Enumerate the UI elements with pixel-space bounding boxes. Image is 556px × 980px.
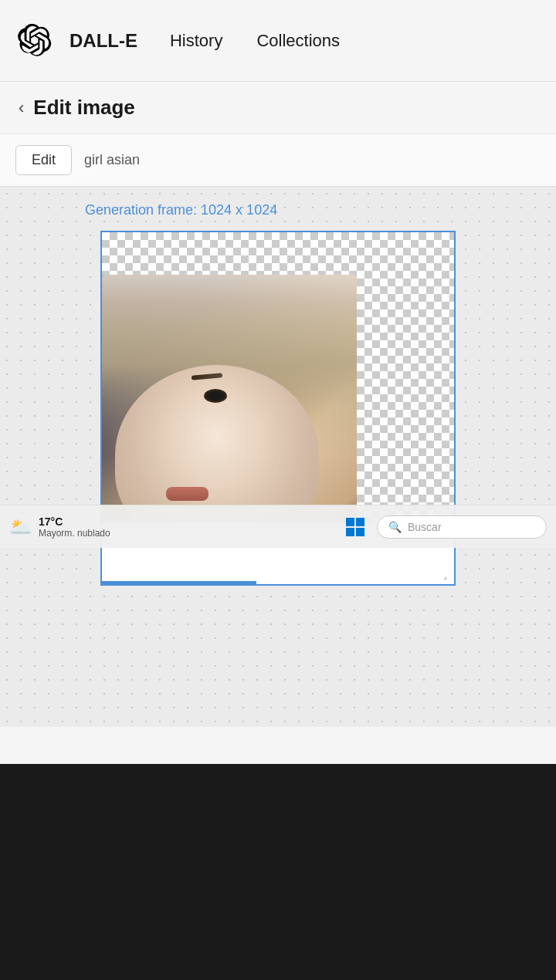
progress-bar (102, 581, 256, 584)
generation-area: Generation frame: 1024 x 1024 ⌟ (0, 187, 556, 727)
weather-description: Mayorm. nublado (39, 528, 110, 539)
search-icon: 🔍 (388, 521, 402, 533)
app-container: DALL-E History Collections ‹ Edit image … (0, 0, 556, 764)
weather-temperature: 17°C (39, 515, 110, 528)
edit-mode-button[interactable]: Edit (15, 145, 72, 175)
resize-handle[interactable]: ⌟ (443, 572, 453, 581)
edit-toolbar: Edit (0, 134, 556, 187)
back-navigation: ‹ Edit image (0, 82, 556, 134)
taskbar-search-bar[interactable]: 🔍 Buscar (377, 515, 547, 539)
frame-label: Generation frame: 1024 x 1024 (85, 202, 277, 218)
brand-label: DALL-E (70, 30, 137, 52)
prompt-input[interactable] (84, 152, 541, 168)
weather-widget: 🌥️ 17°C Mayorm. nublado (9, 515, 334, 539)
windows-logo (346, 518, 364, 536)
windows-start-button[interactable] (343, 515, 368, 539)
collections-nav-link[interactable]: Collections (247, 25, 349, 57)
nav-bar: DALL-E History Collections (0, 0, 556, 82)
black-area-bottom (0, 764, 556, 980)
openai-logo[interactable] (15, 22, 54, 60)
weather-icon: 🌥️ (9, 516, 32, 538)
history-nav-link[interactable]: History (161, 25, 232, 57)
taskbar: 🌥️ 17°C Mayorm. nublado 🔍 Buscar (0, 505, 556, 548)
back-button[interactable]: ‹ (19, 98, 24, 118)
page-title: Edit image (33, 96, 134, 120)
search-placeholder-text: Buscar (408, 521, 535, 533)
weather-text: 17°C Mayorm. nublado (39, 515, 110, 539)
